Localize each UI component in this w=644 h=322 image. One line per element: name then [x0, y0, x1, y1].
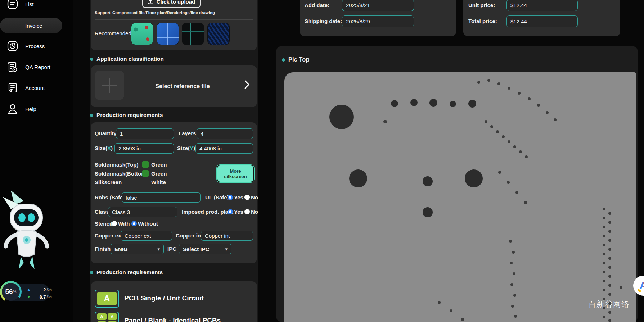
recommended-thumb-navy-pcb[interactable]	[207, 23, 230, 45]
drill-dot	[537, 104, 540, 107]
drill-hole	[423, 207, 433, 217]
progress-percent: 56	[5, 288, 13, 296]
total-price-input[interactable]	[506, 15, 578, 27]
quantity-label: Quantity	[95, 130, 117, 137]
rohs-input[interactable]	[122, 192, 201, 203]
drill-dot	[603, 298, 605, 300]
imposed-no-radio[interactable]	[244, 209, 250, 214]
drill-dot	[490, 125, 493, 128]
drill-dot	[497, 82, 500, 85]
sidebar-item-qa-report[interactable]: QA Report	[0, 60, 73, 74]
drill-dot	[608, 266, 611, 269]
upload-speed-unit: K/s	[47, 288, 52, 292]
copper-int-label: Copper int	[176, 232, 203, 239]
drill-dot	[608, 319, 611, 322]
drill-dot	[438, 301, 441, 304]
size-y-label: Size(Y)	[177, 145, 195, 152]
upload-button[interactable]: Click to upload	[142, 0, 201, 8]
pcb-type-card: A PCB Single / Unit Circuit A A A A Pane…	[91, 281, 257, 322]
ul-no-radio[interactable]	[244, 195, 250, 200]
account-doc-icon	[6, 82, 19, 94]
layers-input[interactable]	[197, 128, 253, 139]
copper-ext-input[interactable]	[121, 231, 172, 241]
drill-dot	[603, 316, 605, 318]
pcb-order-app: List Invoice Process QA Report	[0, 0, 644, 322]
finish-select[interactable]: ENIG ▾	[111, 244, 164, 254]
rohs-label: Rohs (Safe)	[95, 194, 125, 201]
pcb-panel-label: Panel / Blank - Identical PCBs	[124, 317, 221, 322]
ul-label: UL (Safe)	[205, 194, 229, 201]
drill-dot	[514, 315, 517, 318]
drill-hole	[329, 105, 354, 129]
drill-dot	[513, 272, 515, 275]
divider	[95, 189, 253, 189]
reference-file-card[interactable]: Select reference file	[91, 65, 257, 107]
size-x-label: Size(X)	[95, 145, 113, 152]
drill-dot	[525, 155, 528, 158]
pcb-panel-option[interactable]: A A A A	[95, 312, 119, 322]
sidebar-item-account[interactable]: Account	[0, 81, 73, 95]
total-price-label: Total price:	[468, 18, 497, 24]
drill-dot	[524, 201, 527, 204]
drill-dot	[450, 309, 452, 312]
section-dot	[282, 58, 285, 62]
more-silkscreen-label: More silkscreen	[223, 168, 248, 179]
drill-dot	[496, 130, 499, 133]
drill-dot	[620, 286, 622, 289]
sidebar-item-invoice[interactable]: Invoice	[0, 18, 62, 33]
soldermask-top-swatch[interactable]	[142, 161, 149, 168]
drill-dot	[383, 120, 387, 123]
sidebar-item-process[interactable]: Process	[0, 39, 73, 53]
recommended-thumb-blue-cad[interactable]	[157, 23, 179, 45]
list-icon	[6, 0, 19, 10]
drill-dot	[603, 226, 605, 228]
add-reference-placeholder[interactable]	[95, 71, 124, 100]
layers-label: Layers	[179, 130, 196, 137]
progress-percent-badge[interactable]: 56 %	[2, 283, 20, 301]
stencil-without-radio[interactable]	[131, 221, 137, 226]
imposed-yes-label: Yes	[234, 208, 243, 216]
unit-price-input[interactable]	[506, 0, 578, 11]
plus-icon	[109, 78, 110, 93]
size-y-input[interactable]	[195, 143, 253, 154]
stencil-with-radio[interactable]	[112, 221, 117, 226]
pcb-single-option[interactable]: A	[95, 290, 119, 308]
arrow-up-icon: ▲	[27, 287, 32, 292]
silkscreen-value: White	[151, 179, 166, 186]
drill-dot	[487, 79, 490, 82]
download-speed-row: ▼ 8.7 K/s	[27, 293, 52, 300]
recommended-thumb-green-pcb[interactable]	[131, 23, 153, 45]
ul-yes-radio[interactable]	[228, 195, 233, 200]
size-x-input[interactable]	[114, 143, 174, 154]
copper-int-input[interactable]	[201, 231, 253, 241]
shipping-date-input[interactable]	[342, 15, 414, 27]
drill-dot	[546, 111, 549, 114]
sidebar-item-list[interactable]: List	[0, 0, 73, 11]
add-date-input[interactable]	[342, 0, 414, 11]
imposed-no-label: No	[251, 208, 258, 216]
drill-dot	[513, 294, 516, 297]
drill-dot	[477, 81, 480, 84]
recommended-thumb-dark-cad[interactable]	[182, 23, 204, 45]
ipc-select[interactable]: Select IPC ▾	[179, 244, 231, 254]
class-input[interactable]	[108, 207, 177, 217]
section-dot	[90, 271, 93, 274]
divider	[281, 71, 633, 71]
soldermask-bottom-swatch[interactable]	[142, 170, 149, 177]
drill-dot	[603, 262, 605, 264]
soldermask-bottom-value: Green	[151, 170, 167, 177]
chevron-right-icon[interactable]	[244, 80, 250, 89]
drill-dot	[518, 92, 521, 95]
drill-dot	[508, 140, 510, 143]
more-silkscreen-button[interactable]: More silkscreen	[217, 165, 254, 182]
robot-mascot	[0, 185, 58, 279]
ipc-label: IPC	[167, 245, 176, 253]
section-production-requirements-2: Production requirements	[96, 269, 163, 276]
drill-hole	[391, 100, 398, 107]
imposed-yes-radio[interactable]	[228, 209, 233, 214]
sidebar-item-help[interactable]: Help	[0, 102, 73, 116]
drill-dot	[608, 221, 611, 224]
percent-sign: %	[13, 290, 17, 294]
quantity-input[interactable]	[116, 128, 174, 139]
drill-dot	[608, 248, 611, 251]
